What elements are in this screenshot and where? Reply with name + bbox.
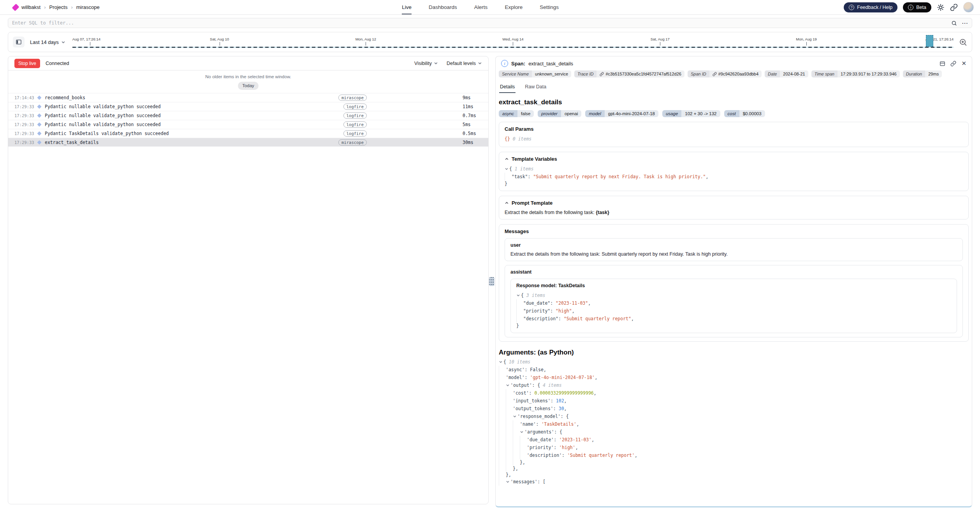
timeline-tick-mark	[660, 42, 660, 46]
indent-guide	[499, 459, 506, 465]
nav-tab-settings[interactable]: Settings	[540, 0, 559, 14]
template-variables-json: { 1 items"task": "Submit quarterly repor…	[505, 165, 963, 187]
indent-guide	[520, 444, 527, 451]
panel-divider	[489, 56, 495, 504]
tab-raw-data[interactable]: Raw Data	[524, 82, 547, 93]
tab-details[interactable]: Details	[499, 82, 516, 93]
indent-guide	[506, 405, 513, 412]
log-row[interactable]: 17:14:43 recommend_books mirascope 9ms	[8, 93, 488, 102]
time-range-dropdown[interactable]: Last 14 days	[25, 39, 72, 45]
log-tag: mirascope	[338, 139, 367, 146]
breadcrumb-projects[interactable]: Projects	[49, 4, 67, 10]
collapse-icon[interactable]	[505, 201, 509, 205]
code-key: 'input_tokens'	[513, 397, 551, 405]
code-punct: :	[524, 366, 530, 374]
code-line: 'cost': 0.00003329999999999996,	[499, 389, 969, 397]
visibility-label: Visibility	[414, 61, 432, 66]
chevron-down-icon[interactable]	[506, 480, 510, 484]
user-avatar[interactable]	[963, 2, 974, 12]
default-levels-dropdown[interactable]: Default levels	[447, 61, 482, 66]
log-timestamp: 17:29:33	[14, 131, 37, 136]
code-punct: :	[528, 173, 533, 181]
breadcrumb-project[interactable]: mirascope	[76, 4, 100, 10]
timeline-selection[interactable]	[926, 35, 933, 47]
span-meta-badge: Duration 29ms	[903, 70, 942, 77]
code-key: 'messages'	[510, 478, 537, 486]
code-key: 'model'	[506, 374, 524, 381]
span-meta-badge: Trace ID #c3b5157330ea5c1fd4572747af512d…	[574, 70, 684, 77]
indent-guide	[516, 299, 523, 307]
sql-filter-input[interactable]	[8, 18, 972, 28]
indent-guide	[499, 397, 506, 405]
log-row[interactable]: 17:29:33 Pydantic nullable validate_pyth…	[8, 120, 488, 129]
chevron-down-icon[interactable]	[499, 360, 503, 364]
code-line: 'output_tokens': 30,	[499, 405, 969, 412]
nav-tab-explore[interactable]: Explore	[505, 0, 523, 14]
call-params-heading: Call Params	[505, 126, 533, 132]
code-key: 'due_date'	[527, 436, 554, 444]
nav-tab-alerts[interactable]: Alerts	[474, 0, 488, 14]
code-punct: },	[513, 465, 518, 472]
code-punct: :	[558, 315, 564, 323]
log-row[interactable]: 17:29:33 Pydantic nullable validate_pyth…	[8, 102, 488, 111]
chevron-down-icon[interactable]	[516, 293, 520, 297]
chevron-down-icon[interactable]	[520, 430, 524, 434]
code-punct: :	[562, 451, 567, 459]
stop-live-button[interactable]: Stop live	[14, 59, 40, 68]
meta-value-text: 17:29:33.917 to 17:29:33.946	[841, 72, 897, 76]
code-punct: :	[529, 389, 535, 397]
code-meta: 0 items	[513, 135, 531, 143]
code-punct: ,	[564, 405, 567, 412]
code-string: 'TaskDetails'	[541, 420, 576, 428]
share-link-icon[interactable]	[950, 4, 958, 11]
code-line: }	[516, 323, 951, 329]
connection-status: Connected	[46, 61, 69, 66]
log-name: extract_task_details	[45, 140, 99, 145]
call-params-card: Call Params {} 0 items	[499, 122, 969, 147]
log-row[interactable]: 17:29:33 extract_task_details mirascope …	[8, 138, 488, 147]
code-line: 'input_tokens': 102,	[499, 397, 969, 405]
chevron-down-icon[interactable]	[506, 383, 510, 387]
code-line: "description": "Submit quarterly report"…	[516, 315, 951, 323]
code-line: { 1 items	[505, 165, 963, 173]
indent-guide	[506, 428, 513, 436]
breadcrumb-org[interactable]: willbakst	[21, 4, 40, 10]
copy-link-icon[interactable]	[950, 60, 956, 67]
code-braces: {}	[505, 135, 510, 143]
logfire-logo-icon[interactable]	[12, 4, 19, 11]
theme-toggle-icon[interactable]	[937, 4, 945, 11]
trace-link-icon[interactable]	[600, 72, 604, 76]
response-model-card: Response model: TaskDetails { 3 items"du…	[510, 279, 957, 333]
zoom-in-icon[interactable]	[959, 38, 967, 46]
close-icon[interactable]: ✕	[961, 60, 966, 67]
panel-layout-icon[interactable]	[940, 60, 945, 67]
chevron-down-icon[interactable]	[513, 414, 517, 418]
log-duration: 0.7ms	[463, 113, 483, 118]
span-diamond-icon	[37, 122, 41, 126]
indent-guide	[520, 451, 527, 459]
indent-guide	[516, 315, 523, 323]
search-icon[interactable]	[951, 20, 957, 26]
live-trace-panel: Stop live Connected Visibility Default l…	[8, 56, 489, 504]
code-punct: {	[521, 291, 526, 299]
code-punct: :	[553, 405, 559, 412]
log-row[interactable]: 17:29:33 Pydantic nullable validate_pyth…	[8, 111, 488, 120]
span-panel-tabs: DetailsRaw Data	[496, 81, 972, 93]
chevron-down-icon[interactable]	[505, 167, 508, 171]
nav-tab-dashboards[interactable]: Dashboards	[429, 0, 457, 14]
beta-button[interactable]: i Beta	[903, 2, 931, 12]
breadcrumb-separator: ›	[44, 4, 46, 10]
code-punct: : {	[561, 412, 569, 420]
nav-tab-live[interactable]: Live	[402, 0, 412, 14]
feedback-help-button[interactable]: ? Feedback / Help	[844, 2, 897, 12]
trace-link-icon[interactable]	[713, 72, 717, 76]
more-options-icon[interactable]: ⋯	[962, 19, 968, 27]
sidebar-toggle-icon[interactable]	[13, 37, 25, 47]
resize-grip-handle[interactable]	[489, 277, 494, 286]
breadcrumb-separator: ›	[71, 4, 72, 10]
timeline-track[interactable]: Aug 07, 17:26:14Sat, Aug 10Mon, Aug 12We…	[72, 33, 954, 51]
collapse-icon[interactable]	[505, 157, 509, 161]
log-row[interactable]: 17:29:33 Pydantic TaskDetails validate_p…	[8, 129, 488, 138]
code-punct: :	[524, 374, 530, 381]
visibility-dropdown[interactable]: Visibility	[414, 61, 438, 66]
